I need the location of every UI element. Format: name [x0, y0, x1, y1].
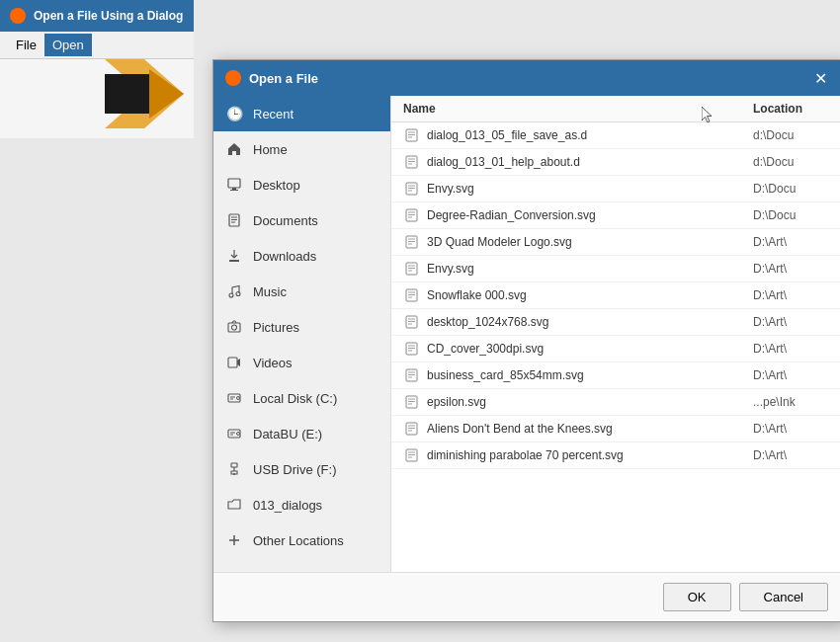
svg-rect-15 [228, 358, 237, 367]
sidebar-item-pictures[interactable]: Pictures [213, 309, 390, 345]
dialog-footer: OK Cancel [213, 572, 840, 621]
file-icon [403, 207, 419, 223]
dialog-titlebar: Open a File ✕ [213, 60, 840, 96]
home-icon [225, 140, 243, 158]
dialog-close-button[interactable]: ✕ [808, 66, 832, 90]
sidebar-label-usb-drive: USB Drive (F:) [253, 462, 337, 477]
sidebar-label-013-dialogs: 013_dialogs [253, 498, 322, 513]
file-name: Envy.svg [427, 262, 745, 276]
sidebar-item-downloads[interactable]: Downloads [213, 238, 390, 274]
file-location: D:\Art\ [753, 368, 832, 382]
sidebar-label-databu: DataBU (E:) [253, 427, 322, 441]
file-location: D:\Art\ [753, 342, 832, 356]
raspberry-pi-icon [10, 8, 26, 24]
app-menubar: File Open [0, 32, 194, 59]
file-icon [403, 261, 419, 277]
file-name: Envy.svg [427, 182, 745, 196]
table-row[interactable]: epsilon.svg ...pe\Ink [391, 389, 840, 416]
file-name: epsilon.svg [427, 395, 745, 409]
svg-rect-33 [406, 156, 417, 168]
sidebar-item-usb-drive[interactable]: USB Drive (F:) [213, 451, 390, 487]
sidebar-item-home[interactable]: Home [213, 131, 390, 167]
table-row[interactable]: diminishing parabolae 70 percent.svg D:\… [391, 442, 840, 469]
ok-button[interactable]: OK [663, 583, 731, 611]
file-location: D:\Docu [753, 208, 832, 222]
app-title: Open a File Using a Dialog [34, 9, 183, 23]
cancel-button[interactable]: Cancel [739, 583, 828, 611]
dialog-body: 🕒 Recent Home Desktop [213, 96, 840, 572]
file-icon [403, 287, 419, 303]
menu-item-open[interactable]: Open [44, 34, 92, 56]
svg-point-11 [229, 293, 233, 297]
table-row[interactable]: Envy.svg D:\Docu [391, 176, 840, 202]
svg-rect-45 [406, 236, 417, 248]
menu-item-file[interactable]: File [8, 34, 44, 56]
camera-icon [225, 318, 243, 336]
table-row[interactable]: Snowflake 000.svg D:\Art\ [391, 282, 840, 309]
sidebar-label-desktop: Desktop [253, 178, 300, 193]
svg-rect-1 [105, 74, 149, 114]
svg-rect-53 [406, 289, 417, 301]
download-icon [225, 247, 243, 265]
file-name: dialog_013_01_help_about.d [427, 155, 745, 169]
file-icon [403, 447, 419, 463]
table-row[interactable]: Envy.svg D:\Art\ [391, 256, 840, 282]
app-titlebar: Open a File Using a Dialog [0, 0, 194, 32]
document-icon [225, 211, 243, 229]
file-dialog: Open a File ✕ 🕒 Recent Home [212, 59, 840, 622]
sidebar-item-013-dialogs[interactable]: 013_dialogs [213, 487, 390, 522]
file-list-header: Name Location [391, 96, 840, 122]
svg-rect-13 [228, 323, 240, 332]
sidebar-label-downloads: Downloads [253, 249, 316, 264]
table-row[interactable]: Degree-Radian_Conversion.svg D:\Docu [391, 202, 840, 229]
file-location: D:\Art\ [753, 448, 832, 462]
svg-rect-20 [228, 430, 240, 438]
file-icon [403, 314, 419, 330]
sidebar-item-desktop[interactable]: Desktop [213, 167, 390, 202]
table-row[interactable]: 3D Quad Modeler Logo.svg D:\Art\ [391, 229, 840, 256]
sidebar-item-databu[interactable]: DataBU (E:) [213, 416, 390, 451]
file-name: business_card_85x54mm.svg [427, 368, 745, 382]
svg-rect-57 [406, 316, 417, 328]
sidebar-item-recent[interactable]: 🕒 Recent [213, 96, 390, 131]
file-icon [403, 367, 419, 383]
music-icon [225, 282, 243, 300]
table-row[interactable]: desktop_1024x768.svg D:\Art\ [391, 309, 840, 336]
file-icon [403, 181, 419, 197]
dialog-title: Open a File [249, 71, 800, 86]
file-icon [403, 394, 419, 410]
file-icon [403, 421, 419, 437]
sidebar-item-music[interactable]: Music [213, 274, 390, 309]
app-body [0, 59, 194, 138]
table-row[interactable]: Aliens Don't Bend at the Knees.svg D:\Ar… [391, 416, 840, 442]
col-header-name: Name [403, 102, 753, 116]
svg-rect-22 [230, 433, 235, 434]
file-location: D:\Art\ [753, 288, 832, 302]
table-row[interactable]: business_card_85x54mm.svg D:\Art\ [391, 362, 840, 389]
sidebar-label-recent: Recent [253, 107, 294, 121]
table-row[interactable]: dialog_013_05_file_save_as.d d:\Docu [391, 122, 840, 149]
sidebar-label-videos: Videos [253, 356, 293, 370]
dialog-titlebar-icon [225, 70, 241, 86]
table-row[interactable]: CD_cover_300dpi.svg D:\Art\ [391, 336, 840, 362]
sidebar-item-videos[interactable]: Videos [213, 345, 390, 380]
video-icon [225, 354, 243, 371]
sidebar-item-local-disk[interactable]: Local Disk (C:) [213, 380, 390, 416]
file-location: D:\Art\ [753, 235, 832, 249]
sidebar-item-documents[interactable]: Documents [213, 202, 390, 238]
file-name: Snowflake 000.svg [427, 288, 745, 302]
table-row[interactable]: dialog_013_01_help_about.d d:\Docu [391, 149, 840, 176]
sidebar-item-other-locations[interactable]: Other Locations [213, 522, 390, 558]
file-location: D:\Art\ [753, 422, 832, 436]
file-area: Name Location dialog_013_05_file_save_as… [391, 96, 840, 572]
file-name: 3D Quad Modeler Logo.svg [427, 235, 745, 249]
svg-rect-18 [230, 397, 235, 398]
svg-rect-10 [229, 260, 239, 262]
sidebar-label-home: Home [253, 142, 288, 157]
desktop-icon [225, 176, 243, 194]
svg-rect-69 [406, 396, 417, 408]
file-icon [403, 154, 419, 170]
folder-icon [225, 496, 243, 514]
file-location: d:\Docu [753, 128, 832, 142]
disk-e-icon [225, 425, 243, 442]
